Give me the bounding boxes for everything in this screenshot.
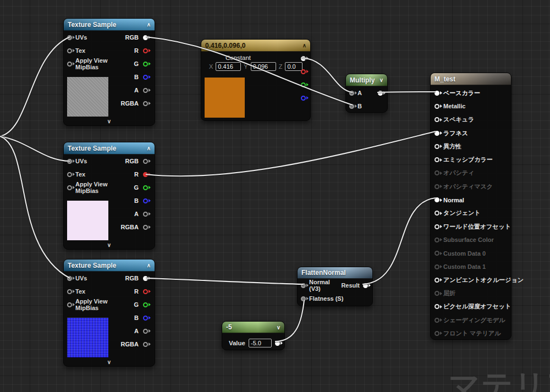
a-output-pin[interactable] bbox=[143, 329, 148, 334]
expand-chevron-icon[interactable]: ∨ bbox=[380, 77, 383, 83]
result-output-pin[interactable] bbox=[378, 91, 383, 96]
roughness-pin[interactable] bbox=[435, 131, 439, 136]
constant3-vector-node[interactable]: 0.416,0.096,0 ∧ Constant X Y Z bbox=[201, 39, 311, 121]
wire-texcoord-to-ts1-uvs bbox=[0, 37, 70, 136]
b-input-pin[interactable] bbox=[349, 104, 354, 109]
pixel-depth-offset-pin[interactable] bbox=[435, 304, 439, 309]
specular-pin[interactable] bbox=[435, 117, 439, 122]
a-label: A bbox=[134, 328, 139, 334]
tex-input-pin[interactable] bbox=[67, 48, 72, 53]
node-header[interactable]: Texture Sample ∧ bbox=[64, 142, 155, 154]
g-output-pin[interactable] bbox=[143, 302, 148, 307]
rgba-output-pin[interactable] bbox=[143, 225, 148, 230]
pin-opacity: オパシティ bbox=[435, 167, 508, 180]
tex-input-pin[interactable] bbox=[67, 289, 72, 294]
collapse-chevron-icon[interactable]: ∧ bbox=[147, 21, 151, 27]
uvs-input-pin[interactable] bbox=[67, 35, 72, 40]
node-header[interactable]: -5 ∨ bbox=[222, 322, 284, 333]
tex-input-pin[interactable] bbox=[67, 172, 72, 177]
g-output-pin[interactable] bbox=[143, 62, 148, 67]
a-label: A bbox=[134, 211, 139, 217]
result-output-pin[interactable] bbox=[363, 283, 368, 288]
scalar-constant-node[interactable]: -5 ∨ Value bbox=[222, 321, 285, 350]
mipbias-input-pin[interactable] bbox=[67, 185, 72, 190]
collapse-chevron-icon[interactable]: ∧ bbox=[147, 145, 151, 151]
rgb-output-pin[interactable] bbox=[301, 56, 306, 61]
a-output-pin[interactable] bbox=[143, 212, 148, 217]
normal-input-pin[interactable] bbox=[301, 283, 306, 288]
pin-tangent[interactable]: タンジェント bbox=[435, 207, 508, 220]
base-color-pin[interactable] bbox=[435, 91, 439, 96]
anisotropy-pin[interactable] bbox=[435, 144, 439, 149]
value-output-pin[interactable] bbox=[275, 341, 280, 346]
flatten-normal-node[interactable]: FlattenNormal Normal (V3) Result Flatnes… bbox=[297, 267, 373, 306]
node-header[interactable]: 0.416,0.096,0 ∧ bbox=[201, 40, 310, 52]
rgb-output-pin[interactable] bbox=[143, 276, 148, 281]
g-output-pin[interactable] bbox=[143, 185, 148, 190]
pin-specular[interactable]: スペキュラ bbox=[435, 113, 508, 126]
uvs-input-pin[interactable] bbox=[67, 276, 72, 281]
g-label: G bbox=[134, 184, 139, 191]
collapse-chevron-icon[interactable]: ∧ bbox=[147, 262, 151, 268]
ambient-occlusion-pin[interactable] bbox=[435, 278, 439, 283]
pin-ambient-occlusion[interactable]: アンビエントオクルージョン bbox=[435, 273, 508, 286]
constant-z-input[interactable] bbox=[285, 62, 302, 71]
tangent-pin[interactable] bbox=[435, 211, 439, 216]
value-input[interactable] bbox=[249, 339, 272, 347]
normal-pin[interactable] bbox=[435, 197, 439, 202]
pin-normal[interactable]: Normal bbox=[435, 193, 508, 206]
pin-base-color[interactable]: ベースカラー bbox=[435, 86, 508, 100]
pin-metallic[interactable]: Metallic bbox=[435, 100, 508, 113]
constant-x-input[interactable] bbox=[216, 62, 241, 71]
pin-anisotropy[interactable]: 異方性 bbox=[435, 140, 508, 153]
rgb-output-pin[interactable] bbox=[143, 159, 148, 164]
expand-chevron-icon[interactable]: ∨ bbox=[64, 242, 155, 249]
wire-flattennormal-to-normal bbox=[362, 198, 436, 284]
a-input-pin[interactable] bbox=[349, 91, 354, 96]
material-graph-canvas[interactable]: { "canvas": { "background": "#262626", "… bbox=[0, 0, 550, 392]
collapse-chevron-icon[interactable]: ∧ bbox=[302, 42, 306, 48]
b-label: B bbox=[134, 74, 139, 80]
pin-pixel-depth-offset[interactable]: ピクセル深度オフセット bbox=[435, 300, 508, 313]
b-output-pin[interactable] bbox=[143, 75, 148, 80]
a-output-pin[interactable] bbox=[143, 88, 148, 93]
expand-chevron-icon[interactable]: ∨ bbox=[64, 118, 155, 125]
node-header[interactable]: FlattenNormal bbox=[298, 267, 372, 279]
metallic-pin[interactable] bbox=[435, 104, 439, 109]
texture-sample-node-1[interactable]: Texture Sample ∧ UVs Tex Apply View MipB… bbox=[63, 18, 155, 126]
rgb-output-pin[interactable] bbox=[143, 35, 148, 40]
node-title: FlattenNormal bbox=[301, 269, 369, 277]
expand-chevron-icon[interactable]: ∨ bbox=[64, 359, 155, 366]
r-output-pin[interactable] bbox=[143, 172, 148, 177]
material-result-node[interactable]: M_test ベースカラー Metallic スペキュラ ラフネス 異方性 エミ… bbox=[430, 73, 512, 340]
multiply-node[interactable]: Multiply ∨ A B bbox=[345, 74, 388, 113]
node-header[interactable]: Texture Sample ∧ bbox=[64, 19, 155, 31]
mipbias-input-pin[interactable] bbox=[67, 62, 72, 67]
b-output-pin[interactable] bbox=[143, 316, 148, 321]
pin-roughness[interactable]: ラフネス bbox=[435, 126, 508, 140]
g-output-pin[interactable] bbox=[301, 82, 306, 87]
emissive-color-pin[interactable] bbox=[435, 157, 439, 162]
b-output-pin[interactable] bbox=[143, 198, 148, 203]
flatness-input-label: Flatness (S) bbox=[309, 295, 343, 302]
constant-y-input[interactable] bbox=[251, 62, 276, 71]
pin-emissive-color[interactable]: エミッシブカラー bbox=[435, 153, 508, 166]
texture-sample-node-2[interactable]: Texture Sample ∧ UVs Tex Apply View MipB… bbox=[63, 142, 155, 250]
mipbias-input-pin[interactable] bbox=[67, 302, 72, 307]
r-output-pin[interactable] bbox=[143, 48, 148, 53]
node-header[interactable]: M_test bbox=[431, 73, 511, 85]
node-header[interactable]: Texture Sample ∧ bbox=[64, 260, 155, 272]
node-title: Texture Sample bbox=[68, 145, 144, 152]
r-output-pin[interactable] bbox=[143, 289, 148, 294]
b-output-pin[interactable] bbox=[301, 96, 306, 101]
flatness-input-pin[interactable] bbox=[301, 296, 306, 301]
uvs-input-pin[interactable] bbox=[67, 159, 72, 164]
pin-world-position-offset[interactable]: ワールド位置オフセット bbox=[435, 220, 508, 233]
rgba-output-pin[interactable] bbox=[143, 101, 148, 106]
world-position-offset-pin[interactable] bbox=[435, 224, 439, 229]
texture-sample-node-3[interactable]: Texture Sample ∧ UVs Tex Apply View MipB… bbox=[63, 259, 155, 367]
node-header[interactable]: Multiply ∨ bbox=[346, 74, 387, 86]
expand-chevron-icon[interactable]: ∨ bbox=[277, 324, 280, 330]
rgba-output-pin[interactable] bbox=[143, 342, 148, 347]
r-output-pin[interactable] bbox=[301, 69, 306, 74]
